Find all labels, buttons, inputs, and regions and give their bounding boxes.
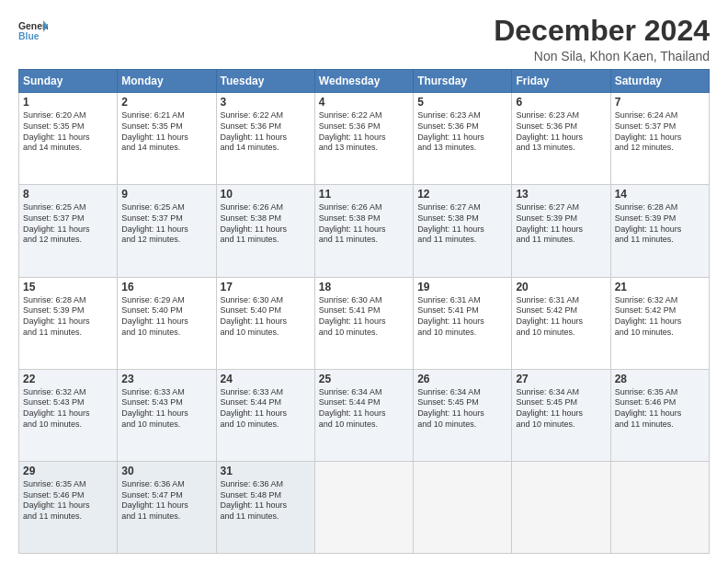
cell-line: Daylight: 11 hours — [516, 408, 606, 419]
cell-line: Sunrise: 6:31 AM — [417, 295, 507, 306]
day-number: 8 — [23, 188, 113, 201]
cell-line: Sunrise: 6:30 AM — [319, 295, 409, 306]
cell-line: Sunrise: 6:32 AM — [23, 387, 113, 398]
cell-line: and 10 minutes. — [615, 327, 705, 339]
cell-line: Daylight: 11 hours — [319, 316, 409, 327]
cell-text: Sunrise: 6:23 AMSunset: 5:36 PMDaylight:… — [516, 110, 606, 154]
cell-text: Sunrise: 6:35 AMSunset: 5:46 PMDaylight:… — [615, 387, 705, 431]
cell-line: and 10 minutes. — [319, 327, 409, 339]
cell-text: Sunrise: 6:35 AMSunset: 5:46 PMDaylight:… — [23, 479, 113, 523]
calendar-cell: 14Sunrise: 6:28 AMSunset: 5:39 PMDayligh… — [610, 185, 709, 277]
cell-line: and 13 minutes. — [417, 143, 507, 154]
cell-line: Daylight: 11 hours — [221, 500, 311, 511]
calendar-cell — [314, 461, 413, 553]
cell-line: Sunset: 5:43 PM — [121, 397, 211, 408]
cell-line: and 10 minutes. — [121, 419, 211, 431]
day-number: 6 — [516, 96, 606, 109]
cell-line: Daylight: 11 hours — [516, 132, 606, 144]
cell-line: Daylight: 11 hours — [417, 316, 507, 327]
col-header-tuesday: Tuesday — [216, 70, 314, 93]
cell-line: Sunrise: 6:26 AM — [319, 202, 409, 213]
calendar-cell: 30Sunrise: 6:36 AMSunset: 5:47 PMDayligh… — [118, 461, 216, 553]
cell-line: Sunset: 5:37 PM — [615, 121, 705, 132]
day-number: 26 — [417, 373, 507, 385]
cell-line: Sunset: 5:37 PM — [23, 213, 113, 224]
day-number: 20 — [516, 281, 606, 293]
calendar-cell — [610, 461, 709, 553]
cell-line: Sunrise: 6:27 AM — [417, 202, 507, 213]
day-number: 5 — [417, 96, 507, 109]
cell-text: Sunrise: 6:34 AMSunset: 5:44 PMDaylight:… — [319, 387, 409, 431]
cell-line: Sunset: 5:39 PM — [516, 213, 606, 224]
cell-line: Sunset: 5:38 PM — [319, 213, 409, 224]
calendar-cell: 16Sunrise: 6:29 AMSunset: 5:40 PMDayligh… — [118, 277, 216, 369]
cell-line: Sunset: 5:46 PM — [615, 397, 705, 408]
cell-line: Daylight: 11 hours — [319, 408, 409, 419]
cell-line: Sunrise: 6:21 AM — [121, 110, 211, 121]
col-header-thursday: Thursday — [414, 70, 512, 93]
day-number: 14 — [615, 188, 705, 201]
cell-line: and 11 minutes. — [319, 235, 409, 246]
cell-text: Sunrise: 6:34 AMSunset: 5:45 PMDaylight:… — [417, 387, 507, 431]
cell-line: and 10 minutes. — [319, 419, 409, 431]
calendar-cell: 5Sunrise: 6:23 AMSunset: 5:36 PMDaylight… — [414, 93, 512, 185]
cell-line: Daylight: 11 hours — [121, 500, 211, 511]
day-number: 10 — [221, 188, 311, 201]
cell-text: Sunrise: 6:24 AMSunset: 5:37 PMDaylight:… — [615, 110, 705, 154]
logo-icon: General Blue — [18, 18, 48, 44]
cell-line: Daylight: 11 hours — [23, 224, 113, 236]
calendar-cell: 23Sunrise: 6:33 AMSunset: 5:43 PMDayligh… — [118, 369, 216, 461]
day-number: 15 — [23, 281, 113, 293]
cell-text: Sunrise: 6:22 AMSunset: 5:36 PMDaylight:… — [221, 110, 311, 154]
cell-text: Sunrise: 6:30 AMSunset: 5:41 PMDaylight:… — [319, 295, 409, 339]
cell-line: and 10 minutes. — [121, 327, 211, 339]
cell-line: Sunrise: 6:31 AM — [516, 295, 606, 306]
cell-text: Sunrise: 6:27 AMSunset: 5:39 PMDaylight:… — [516, 202, 606, 246]
cell-line: and 10 minutes. — [23, 419, 113, 431]
cell-line: Sunset: 5:45 PM — [417, 397, 507, 408]
cell-line: Sunrise: 6:30 AM — [221, 295, 311, 306]
cell-line: Daylight: 11 hours — [23, 500, 113, 511]
cell-line: and 13 minutes. — [516, 143, 606, 154]
day-number: 12 — [417, 188, 507, 201]
cell-line: Sunrise: 6:34 AM — [319, 387, 409, 398]
cell-line: Daylight: 11 hours — [221, 224, 311, 236]
cell-line: Sunrise: 6:36 AM — [221, 479, 311, 490]
cell-line: Daylight: 11 hours — [121, 224, 211, 236]
cell-text: Sunrise: 6:34 AMSunset: 5:45 PMDaylight:… — [516, 387, 606, 431]
cell-text: Sunrise: 6:22 AMSunset: 5:36 PMDaylight:… — [319, 110, 409, 154]
cell-line: Sunset: 5:35 PM — [121, 121, 211, 132]
svg-text:Blue: Blue — [18, 31, 40, 41]
cell-line: Daylight: 11 hours — [417, 224, 507, 236]
cell-line: Sunset: 5:44 PM — [319, 397, 409, 408]
cell-text: Sunrise: 6:20 AMSunset: 5:35 PMDaylight:… — [23, 110, 113, 154]
cell-line: Sunset: 5:40 PM — [221, 305, 311, 316]
calendar-cell: 18Sunrise: 6:30 AMSunset: 5:41 PMDayligh… — [314, 277, 413, 369]
cell-line: Sunrise: 6:33 AM — [221, 387, 311, 398]
cell-line: Sunrise: 6:36 AM — [121, 479, 211, 490]
col-header-saturday: Saturday — [610, 70, 709, 93]
cell-text: Sunrise: 6:30 AMSunset: 5:40 PMDaylight:… — [221, 295, 311, 339]
cell-line: Sunrise: 6:34 AM — [417, 387, 507, 398]
day-number: 18 — [319, 281, 409, 293]
cell-text: Sunrise: 6:21 AMSunset: 5:35 PMDaylight:… — [121, 110, 211, 154]
cell-line: Daylight: 11 hours — [516, 316, 606, 327]
cell-line: Daylight: 11 hours — [417, 132, 507, 144]
cell-line: and 11 minutes. — [23, 511, 113, 523]
cell-line: Sunset: 5:36 PM — [516, 121, 606, 132]
cell-line: Daylight: 11 hours — [121, 408, 211, 419]
cell-line: Sunrise: 6:24 AM — [615, 110, 705, 121]
cell-text: Sunrise: 6:26 AMSunset: 5:38 PMDaylight:… — [221, 202, 311, 246]
calendar-cell: 10Sunrise: 6:26 AMSunset: 5:38 PMDayligh… — [216, 185, 314, 277]
cell-text: Sunrise: 6:25 AMSunset: 5:37 PMDaylight:… — [121, 202, 211, 246]
cell-text: Sunrise: 6:36 AMSunset: 5:47 PMDaylight:… — [121, 479, 211, 523]
calendar-cell: 22Sunrise: 6:32 AMSunset: 5:43 PMDayligh… — [19, 369, 118, 461]
cell-line: Sunrise: 6:27 AM — [516, 202, 606, 213]
day-number: 25 — [319, 373, 409, 385]
cell-line: and 12 minutes. — [121, 235, 211, 246]
cell-line: Sunset: 5:39 PM — [23, 305, 113, 316]
day-number: 24 — [221, 373, 311, 385]
cell-line: Sunset: 5:44 PM — [221, 397, 311, 408]
cell-line: Daylight: 11 hours — [615, 224, 705, 236]
cell-line: Sunrise: 6:29 AM — [121, 295, 211, 306]
